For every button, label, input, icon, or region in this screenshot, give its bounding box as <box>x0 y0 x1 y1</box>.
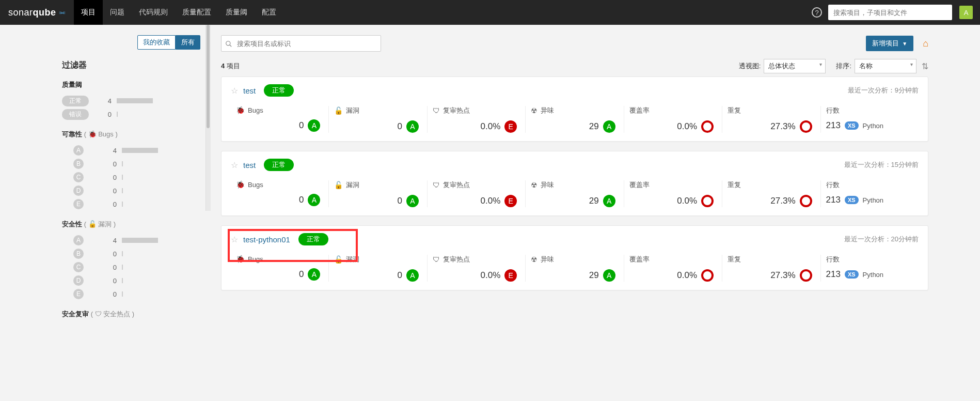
brand-a: sonar <box>8 7 33 18</box>
bug-icon: 🐞 <box>236 255 245 263</box>
metric-label: 漏洞 <box>346 255 359 264</box>
metric-label: 复审热点 <box>443 180 470 190</box>
duplication-donut-icon <box>800 269 812 282</box>
top-navbar: sonarqube⫘ 项目问题代码规则质量配置质量阈配置 ? A <box>0 0 980 25</box>
avatar[interactable]: A <box>959 6 973 19</box>
status-badge: 正常 <box>264 84 294 97</box>
svg-point-0 <box>226 41 230 45</box>
project-card: ☆test正常最近一次分析：15分钟前🐞Bugs0A🔓漏洞0A🛡复审热点0.0%… <box>221 151 928 216</box>
facet-rel-4[interactable]: E0 <box>62 198 200 210</box>
metric-label: Bugs <box>248 181 263 189</box>
nav-tab-0[interactable]: 项目 <box>74 0 103 25</box>
metric-value: 0 <box>299 195 304 205</box>
project-name-link[interactable]: test-python01 <box>243 235 290 244</box>
perspective-select[interactable]: 总体状态 <box>764 59 826 73</box>
unlock-icon: 🔓 <box>334 181 343 189</box>
sort-select[interactable]: 名称 <box>855 59 916 73</box>
home-icon[interactable]: ⌂ <box>923 38 928 49</box>
shield-icon: 🛡 <box>433 255 440 264</box>
sidebar-scrollbar[interactable] <box>206 25 211 211</box>
unlock-icon: 🔓 <box>334 255 343 264</box>
brand-b: qube <box>33 7 56 18</box>
duplication-donut-icon <box>800 120 812 133</box>
facet-rel-2[interactable]: C0 <box>62 171 200 183</box>
radiation-icon: ☢ <box>531 181 538 189</box>
metric-value: 0 <box>299 269 304 280</box>
metric-value: 29 <box>589 270 599 281</box>
metric-value: 29 <box>589 196 599 206</box>
facet-security-title: 安全性 ( 🔓 漏洞 ) <box>62 220 200 229</box>
metric-label: 复审热点 <box>443 255 470 264</box>
nav-tab-3[interactable]: 质量配置 <box>175 0 218 25</box>
size-badge: XS <box>845 196 859 204</box>
metric-label: 行数 <box>826 180 840 190</box>
sort-label: 排序: <box>836 61 851 71</box>
unlock-icon: 🔓 <box>334 106 343 115</box>
facet-rel-1[interactable]: B0 <box>62 158 200 170</box>
wave-icon: ⫘ <box>58 8 66 17</box>
shield-icon: 🛡 <box>433 106 440 115</box>
favorite-tabs: 我的收藏所有 <box>62 35 200 50</box>
brand-logo[interactable]: sonarqube⫘ <box>0 7 74 18</box>
last-analysis: 最近一次分析：15分钟前 <box>844 160 919 169</box>
project-name-link[interactable]: test <box>243 161 256 169</box>
metric-value: 213 <box>826 195 841 205</box>
metric-label: 行数 <box>826 255 840 264</box>
metric-label: 覆盖率 <box>629 255 650 264</box>
favorite-star-icon[interactable]: ☆ <box>231 160 238 170</box>
metric-label: 漏洞 <box>346 180 359 190</box>
coverage-donut-icon <box>701 120 714 133</box>
metric-value: 0 <box>397 270 402 281</box>
rating-badge: A <box>406 269 419 282</box>
metric-label: 覆盖率 <box>629 106 650 115</box>
facet-qg-0[interactable]: 正常4 <box>62 95 200 107</box>
global-search-input[interactable] <box>828 5 952 20</box>
filter-title: 过滤器 <box>62 60 200 71</box>
nav-tab-4[interactable]: 质量阈 <box>218 0 255 25</box>
metric-label: 复审热点 <box>443 106 470 115</box>
tab-all[interactable]: 所有 <box>176 35 200 50</box>
nav-tab-5[interactable]: 配置 <box>255 0 283 25</box>
facet-qg-1[interactable]: 错误0 <box>62 108 200 120</box>
rating-badge: A <box>406 195 419 207</box>
tab-my-favorites[interactable]: 我的收藏 <box>137 35 176 50</box>
metric-value: 0.0% <box>677 121 697 132</box>
new-project-button[interactable]: 新增项目▼ <box>866 36 913 51</box>
last-analysis: 最近一次分析：9分钟前 <box>848 86 919 95</box>
facet-sec-4[interactable]: E0 <box>62 288 200 300</box>
nav-tab-2[interactable]: 代码规则 <box>132 0 175 25</box>
project-name-link[interactable]: test <box>243 86 256 95</box>
rating-badge: A <box>308 268 320 281</box>
favorite-star-icon[interactable]: ☆ <box>231 235 238 244</box>
facet-sec-2[interactable]: C0 <box>62 261 200 273</box>
coverage-donut-icon <box>701 269 714 282</box>
metric-value: 213 <box>826 269 841 280</box>
sort-direction-icon[interactable]: ⇅ <box>922 61 928 71</box>
facet-sec-3[interactable]: D0 <box>62 274 200 287</box>
metric-label: 异味 <box>541 255 554 264</box>
rating-badge: A <box>603 120 615 133</box>
facet-quality-gate-title: 质量阈 <box>62 80 200 89</box>
svg-line-1 <box>230 44 232 47</box>
perspective-label: 透视图: <box>739 61 761 71</box>
facet-rel-3[interactable]: D0 <box>62 184 200 197</box>
favorite-star-icon[interactable]: ☆ <box>231 86 238 96</box>
nav-tab-1[interactable]: 问题 <box>103 0 132 25</box>
facet-rel-0[interactable]: A4 <box>62 144 200 157</box>
facet-sec-0[interactable]: A4 <box>62 234 200 246</box>
sidebar: 我的收藏所有 过滤器 质量阈 正常4错误0 可靠性 ( 🐞 Bugs ) A4B… <box>0 25 211 334</box>
metric-value: 0.0% <box>481 270 501 281</box>
help-icon[interactable]: ? <box>812 7 822 18</box>
metric-value: 0 <box>397 196 402 206</box>
rating-badge: A <box>308 119 320 132</box>
metric-value: 0.0% <box>481 121 501 132</box>
metric-label: 覆盖率 <box>629 180 650 190</box>
metric-label: 行数 <box>826 106 840 115</box>
last-analysis: 最近一次分析：20分钟前 <box>844 235 919 244</box>
duplication-donut-icon <box>800 195 812 207</box>
project-search-input[interactable] <box>221 35 381 52</box>
project-card: ☆test-python01正常最近一次分析：20分钟前🐞Bugs0A🔓漏洞0A… <box>221 225 928 290</box>
metric-label: 漏洞 <box>346 106 359 115</box>
facet-sec-1[interactable]: B0 <box>62 248 200 260</box>
radiation-icon: ☢ <box>531 106 538 115</box>
